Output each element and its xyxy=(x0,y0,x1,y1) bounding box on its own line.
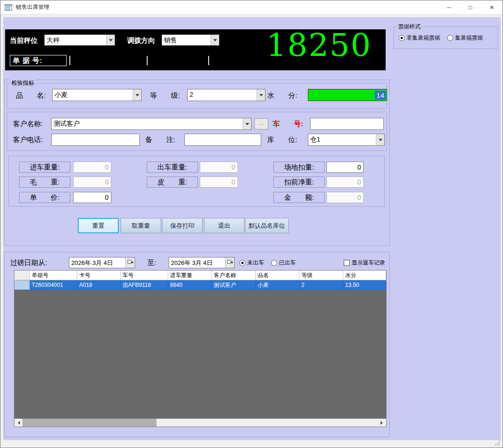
column-header-card-no[interactable]: 卡号 xyxy=(77,271,121,280)
cell-grade: 2 xyxy=(299,280,343,290)
in-weight-label: 进车重量: xyxy=(19,162,70,173)
chevron-down-icon xyxy=(257,89,265,101)
date-from-value: 2026年 3月 4日 xyxy=(69,258,125,268)
tare-weight-field[interactable]: 0 xyxy=(200,176,238,188)
date-from-picker[interactable]: 2026年 3月 4日 xyxy=(69,257,135,268)
receipt-number-label: 单 据 号: xyxy=(10,55,67,66)
scroll-left-arrow-icon[interactable] xyxy=(14,419,22,427)
current-scale-label: 当前秤位 xyxy=(10,36,38,45)
pre-net-weight-label: 扣前净重: xyxy=(273,176,325,188)
radio-selected-icon xyxy=(399,35,405,41)
radio-selected-icon xyxy=(239,260,245,266)
in-weight-field[interactable]: 0 xyxy=(73,162,111,173)
entry-panel: 检验指标 品 名: 小麦 等 级: 2 水 分: 14 客户名称: xyxy=(4,80,390,246)
ticket-style-title: 票据样式 xyxy=(397,23,422,31)
reset-button[interactable]: 重置 xyxy=(78,218,119,233)
product-select[interactable]: 小麦 xyxy=(52,89,142,101)
radio-label: 未出车 xyxy=(247,259,264,267)
default-product-warehouse-button[interactable]: 默认品名库位 xyxy=(245,218,289,233)
checkbox-label: 显示退车记录 xyxy=(352,259,385,267)
radio-not-departed[interactable]: 未出车 xyxy=(239,259,264,267)
column-header-grade[interactable]: 等级 xyxy=(299,271,343,280)
customer-browse-button[interactable]: ... xyxy=(254,118,268,129)
customer-name-label: 客户名称: xyxy=(13,120,43,129)
transfer-direction-label: 调拨方向 xyxy=(127,36,155,45)
tare-weight-label: 皮 重: xyxy=(147,176,198,188)
column-header-product[interactable]: 品名 xyxy=(256,271,299,280)
radio-container-ticket[interactable]: 集装箱票据 xyxy=(447,34,483,42)
radio-non-container-ticket[interactable]: 非集装箱票据 xyxy=(399,34,440,42)
column-header-vehicle-no[interactable]: 车号 xyxy=(121,271,168,280)
calendar-dropdown-icon xyxy=(125,258,135,268)
records-table: 单据号 卡号 车号 进车重量 客户名称 品名 等级 水分 T260304001 … xyxy=(14,270,387,427)
radio-label: 已出车 xyxy=(279,259,296,267)
table-row[interactable]: T260304001 A018 吉AFB9118 8840 测试客户 小麦 2 … xyxy=(14,280,386,290)
customer-panel: 客户名称: 测试客户 ... 车 号: 客户电话: 备 注: 库 位: 仓1 xyxy=(7,112,387,151)
cell-receipt-no: T260304001 xyxy=(30,280,77,290)
radio-icon xyxy=(447,35,453,41)
chevron-down-icon xyxy=(211,35,219,45)
vehicle-number-label: 车 号: xyxy=(273,120,303,129)
transfer-direction-value: 销售 xyxy=(162,35,211,45)
remark-input[interactable] xyxy=(184,134,261,146)
date-to-picker[interactable]: 2026年 3月 4日 xyxy=(169,257,235,268)
inspection-title: 检验指标 xyxy=(10,79,35,87)
moisture-input[interactable]: 14 xyxy=(308,89,387,101)
warehouse-label: 库 位: xyxy=(267,136,297,144)
customer-phone-label: 客户电话: xyxy=(13,136,43,144)
minimize-button[interactable]: ─ xyxy=(438,0,460,14)
transfer-direction-select[interactable]: 销售 xyxy=(162,34,219,46)
field-separator xyxy=(69,56,70,65)
save-print-button[interactable]: 保存打印 xyxy=(162,218,203,233)
radio-icon xyxy=(271,260,277,266)
window-title: 销售出库管理 xyxy=(16,3,49,11)
column-header-customer[interactable]: 客户名称 xyxy=(212,271,256,280)
cell-customer: 测试客户 xyxy=(212,280,256,290)
site-deduction-field[interactable]: 0 xyxy=(326,162,364,173)
row-indicator xyxy=(14,280,30,290)
field-separator xyxy=(147,56,148,65)
app-window: 销售出库管理 ─ □ ✕ 当前秤位 大秤 调拨方向 销售 18250 单 据 号… xyxy=(0,0,503,448)
warehouse-select[interactable]: 仓1 xyxy=(308,134,385,146)
radio-departed[interactable]: 已出车 xyxy=(271,259,296,267)
chevron-down-icon xyxy=(106,35,115,45)
customer-phone-input[interactable] xyxy=(51,134,140,146)
unit-price-label: 单 价: xyxy=(19,192,70,203)
column-header-receipt-no[interactable]: 单据号 xyxy=(30,271,77,280)
row-indicator-header[interactable] xyxy=(14,271,30,280)
amount-field[interactable]: 0 xyxy=(326,192,364,203)
amount-label: 金 额: xyxy=(273,192,325,203)
current-scale-value: 大秤 xyxy=(45,35,106,45)
resize-grip[interactable] xyxy=(494,440,501,446)
current-scale-select[interactable]: 大秤 xyxy=(44,34,115,46)
show-return-records-checkbox[interactable]: 显示退车记录 xyxy=(344,259,385,267)
calendar-dropdown-icon xyxy=(225,258,234,268)
date-to-value: 2026年 3月 4日 xyxy=(169,258,225,268)
customer-name-select[interactable]: 测试客户 xyxy=(51,118,252,130)
out-weight-field[interactable]: 0 xyxy=(200,162,238,173)
chevron-down-icon xyxy=(376,134,384,145)
gross-weight-field[interactable]: 0 xyxy=(73,176,111,188)
grade-value: 2 xyxy=(188,89,257,101)
grade-select[interactable]: 2 xyxy=(187,89,265,101)
checkbox-icon xyxy=(344,260,350,266)
pre-net-weight-field[interactable]: 0 xyxy=(326,176,364,188)
weights-group: 进车重量: 0 出车重量: 0 场地扣量: 0 毛 重: 0 皮 重: 0 扣前… xyxy=(8,156,385,207)
window-controls: ─ □ ✕ xyxy=(438,0,503,14)
vehicle-number-input[interactable] xyxy=(310,118,384,130)
maximize-button[interactable]: □ xyxy=(460,0,481,14)
column-header-moisture[interactable]: 水分 xyxy=(343,271,386,280)
horizontal-scrollbar[interactable] xyxy=(14,419,386,427)
scrollbar-thumb[interactable] xyxy=(22,419,156,427)
unit-price-field[interactable]: 0 xyxy=(73,192,111,203)
column-header-in-weight[interactable]: 进车重量 xyxy=(168,271,212,280)
site-deduction-label: 场地扣量: xyxy=(273,162,325,173)
close-button[interactable]: ✕ xyxy=(481,0,503,14)
gross-weight-label: 毛 重: xyxy=(19,176,70,188)
get-weight-button[interactable]: 取重量 xyxy=(121,218,161,233)
scroll-right-arrow-icon[interactable] xyxy=(378,419,386,427)
grade-label: 等 级: xyxy=(150,91,180,100)
exit-button[interactable]: 退出 xyxy=(204,218,245,233)
weighbridge-display-panel: 当前秤位 大秤 调拨方向 销售 18250 单 据 号: xyxy=(5,29,386,70)
main-surface: 当前秤位 大秤 调拨方向 销售 18250 单 据 号: 票据样式 非集装箱票据 xyxy=(3,17,501,440)
